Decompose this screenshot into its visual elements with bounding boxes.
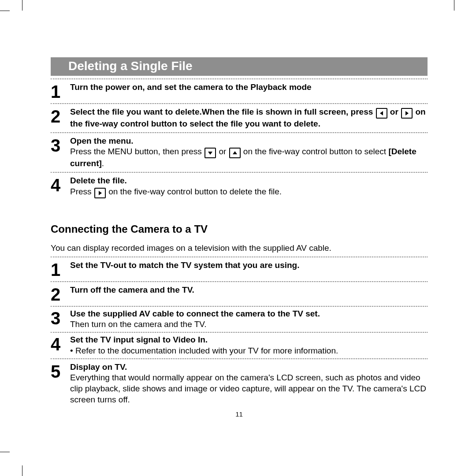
step-number: 1 <box>51 260 70 279</box>
step-text: Select the file you want to delete.When … <box>70 107 376 116</box>
step-text: on the five-way control button to delete… <box>106 187 282 196</box>
step-heading: Open the menu. <box>70 136 134 145</box>
step-item: 1 Set the TV-out to match the TV system … <box>51 257 428 281</box>
step-number: 4 <box>51 335 70 356</box>
step-number: 3 <box>51 309 70 330</box>
step-text: Press <box>70 187 94 196</box>
step-number: 3 <box>51 136 70 169</box>
step-number: 2 <box>51 107 70 130</box>
step-number: 5 <box>51 362 70 405</box>
manual-page: Deleting a Single File 1 Turn the power … <box>51 57 428 418</box>
step-text: on the five-way control button to select <box>241 147 389 156</box>
step-text: or <box>216 147 228 156</box>
step-heading: Delete the file. <box>70 176 127 185</box>
step-heading: Set the TV-out to match the TV system th… <box>70 260 299 270</box>
svg-marker-1 <box>405 111 409 115</box>
step-item: 1 Turn the power on, and set the camera … <box>51 79 428 103</box>
step-text: Press the MENU button, then press <box>70 147 204 156</box>
svg-marker-2 <box>208 152 212 155</box>
subsection-heading: Connecting the Camera to a TV <box>51 223 428 235</box>
step-bullet: • Refer to the documentation included wi… <box>70 346 338 355</box>
step-heading: Display on TV. <box>70 362 127 372</box>
down-arrow-icon <box>205 148 216 158</box>
step-text: . <box>102 159 104 168</box>
step-number: 1 <box>51 82 70 100</box>
left-arrow-icon <box>376 108 387 119</box>
right-arrow-icon <box>94 188 106 198</box>
svg-marker-0 <box>380 111 383 115</box>
step-text: Everything that would normally appear on… <box>70 373 426 404</box>
up-arrow-icon <box>229 148 241 158</box>
step-item: 4 Delete the file. Press on the five-way… <box>51 173 428 201</box>
step-text: or <box>388 107 401 116</box>
step-heading: Turn the power on, and set the camera to… <box>70 82 312 92</box>
right-arrow-icon <box>401 108 413 119</box>
section-title: Deleting a Single File <box>51 57 428 76</box>
step-heading: Set the TV input signal to Video In. <box>70 335 208 344</box>
svg-marker-3 <box>233 151 237 154</box>
step-number: 2 <box>51 285 70 303</box>
step-item: 5 Display on TV. Everything that would n… <box>51 359 428 408</box>
svg-marker-4 <box>99 191 102 195</box>
step-number: 4 <box>51 175 70 198</box>
step-item: 3 Open the menu. Press the MENU button, … <box>51 133 428 172</box>
step-item: 2 Select the file you want to delete.Whe… <box>51 104 428 132</box>
step-item: 2 Turn off the camera and the TV. <box>51 282 428 306</box>
step-heading: Turn off the camera and the TV. <box>70 285 194 294</box>
page-number: 11 <box>51 410 428 418</box>
step-heading: Use the supplied AV cable to connect the… <box>70 309 320 318</box>
intro-text: You can display recorded images on a tel… <box>51 243 428 253</box>
step-item: 3 Use the supplied AV cable to connect t… <box>51 307 428 332</box>
step-text: Then turn on the camera and the TV. <box>70 320 206 329</box>
step-item: 4 Set the TV input signal to Video In. •… <box>51 333 428 358</box>
